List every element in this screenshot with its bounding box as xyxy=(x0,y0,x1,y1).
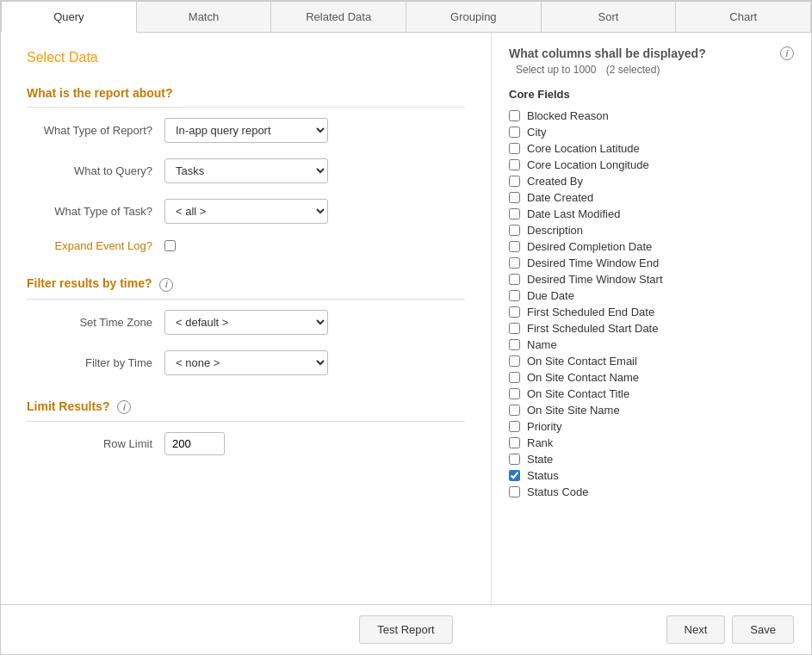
field-checkbox-first-scheduled-start-date[interactable] xyxy=(509,323,520,334)
filter-time-title: Filter results by time? i xyxy=(27,276,465,300)
field-item-core-location-lon: Core Location Longitude xyxy=(509,157,794,173)
field-label-date-created[interactable]: Date Created xyxy=(527,191,593,204)
field-label-desired-time-window-start[interactable]: Desired Time Window Start xyxy=(527,273,663,286)
field-label-due-date[interactable]: Due Date xyxy=(527,289,574,302)
field-label-name[interactable]: Name xyxy=(527,338,557,351)
filter-by-time-label: Filter by Time xyxy=(27,356,164,369)
field-label-first-scheduled-start-date[interactable]: First Scheduled Start Date xyxy=(527,322,658,335)
field-checkbox-status[interactable] xyxy=(509,470,520,481)
field-label-state[interactable]: State xyxy=(527,453,553,466)
field-item-first-scheduled-end-date: First Scheduled End Date xyxy=(509,304,794,320)
field-item-desired-time-window-start: Desired Time Window Start xyxy=(509,271,794,287)
field-checkbox-desired-completion-date[interactable] xyxy=(509,241,520,252)
field-label-on-site-contact-title[interactable]: On Site Contact Title xyxy=(527,387,629,400)
field-label-priority[interactable]: Priority xyxy=(527,420,561,433)
query-row: What to Query? Tasks xyxy=(27,158,465,183)
expand-event-checkbox[interactable] xyxy=(164,240,176,251)
field-label-desired-time-window-end[interactable]: Desired Time Window End xyxy=(527,256,659,269)
field-checkbox-blocked-reason[interactable] xyxy=(509,110,520,121)
field-label-desired-completion-date[interactable]: Desired Completion Date xyxy=(527,240,652,253)
field-checkbox-name[interactable] xyxy=(509,339,520,350)
field-item-rank: Rank xyxy=(509,435,794,451)
field-checkbox-priority[interactable] xyxy=(509,421,520,432)
field-checkbox-date-last-modified[interactable] xyxy=(509,208,520,219)
right-panel-header: What columns shall be displayed? i xyxy=(509,46,794,60)
field-checkbox-on-site-contact-title[interactable] xyxy=(509,388,520,399)
field-checkbox-due-date[interactable] xyxy=(509,290,520,301)
field-list: Blocked ReasonCityCore Location Latitude… xyxy=(509,108,794,500)
field-label-status[interactable]: Status xyxy=(527,469,559,482)
expand-event-label: Expand Event Log? xyxy=(27,239,164,252)
tab-related-data[interactable]: Related Data xyxy=(271,1,406,32)
filter-by-time-select[interactable]: < none > xyxy=(164,350,328,375)
report-type-select[interactable]: In-app query report xyxy=(164,118,328,143)
tab-match[interactable]: Match xyxy=(137,1,272,32)
field-label-first-scheduled-end-date[interactable]: First Scheduled End Date xyxy=(527,306,654,318)
field-label-city[interactable]: City xyxy=(527,126,546,139)
field-label-core-location-lon[interactable]: Core Location Longitude xyxy=(527,158,649,171)
field-checkbox-on-site-contact-email[interactable] xyxy=(509,355,520,367)
report-about-title: What is the report about? xyxy=(27,86,465,108)
field-item-on-site-contact-title: On Site Contact Title xyxy=(509,386,794,402)
field-checkbox-core-location-lon[interactable] xyxy=(509,159,520,170)
field-item-name: Name xyxy=(509,337,794,353)
field-label-blocked-reason[interactable]: Blocked Reason xyxy=(527,109,609,122)
field-checkbox-date-created[interactable] xyxy=(509,192,520,203)
footer-right: Next Save xyxy=(536,615,794,644)
field-checkbox-desired-time-window-start[interactable] xyxy=(509,274,520,285)
row-limit-input[interactable] xyxy=(164,432,225,455)
field-label-on-site-site-name[interactable]: On Site Site Name xyxy=(527,404,620,417)
field-item-status-code: Status Code xyxy=(509,484,794,500)
footer: Test Report Next Save xyxy=(1,604,811,654)
field-label-core-location-lat[interactable]: Core Location Latitude xyxy=(527,142,640,155)
query-select[interactable]: Tasks xyxy=(164,158,328,183)
field-label-description[interactable]: Description xyxy=(527,224,583,237)
field-checkbox-on-site-contact-name[interactable] xyxy=(509,372,520,383)
field-checkbox-on-site-site-name[interactable] xyxy=(509,405,520,416)
field-item-on-site-site-name: On Site Site Name xyxy=(509,402,794,418)
tab-chart[interactable]: Chart xyxy=(676,1,811,32)
field-label-on-site-contact-name[interactable]: On Site Contact Name xyxy=(527,371,639,384)
field-checkbox-created-by[interactable] xyxy=(509,176,520,187)
field-label-created-by[interactable]: Created By xyxy=(527,175,583,188)
next-button[interactable]: Next xyxy=(666,615,726,644)
timezone-select[interactable]: < default > xyxy=(164,310,328,335)
timezone-label: Set Time Zone xyxy=(27,316,164,329)
save-button[interactable]: Save xyxy=(732,615,794,644)
filter-by-time-row: Filter by Time < none > xyxy=(27,350,465,375)
field-checkbox-city[interactable] xyxy=(509,127,520,138)
left-panel: Select Data What is the report about? Wh… xyxy=(1,33,492,604)
tab-query[interactable]: Query xyxy=(1,1,137,33)
field-checkbox-core-location-lat[interactable] xyxy=(509,143,520,154)
field-checkbox-first-scheduled-end-date[interactable] xyxy=(509,306,520,318)
field-item-state: State xyxy=(509,451,794,467)
field-item-on-site-contact-name: On Site Contact Name xyxy=(509,369,794,386)
field-item-desired-completion-date: Desired Completion Date xyxy=(509,238,794,255)
filter-time-info-icon[interactable]: i xyxy=(159,278,173,292)
field-label-on-site-contact-email[interactable]: On Site Contact Email xyxy=(527,355,637,368)
field-item-core-location-lat: Core Location Latitude xyxy=(509,140,794,157)
tab-sort[interactable]: Sort xyxy=(542,1,677,32)
field-checkbox-description[interactable] xyxy=(509,225,520,236)
test-report-button[interactable]: Test Report xyxy=(359,615,452,644)
row-limit-row: Row Limit xyxy=(27,432,465,455)
task-type-label: What Type of Task? xyxy=(27,205,164,218)
field-item-first-scheduled-start-date: First Scheduled Start Date xyxy=(509,320,794,337)
tab-grouping[interactable]: Grouping xyxy=(406,1,542,32)
field-checkbox-status-code[interactable] xyxy=(509,486,520,497)
task-type-select[interactable]: < all > xyxy=(164,199,328,224)
field-checkbox-rank[interactable] xyxy=(509,437,520,448)
field-item-desired-time-window-end: Desired Time Window End xyxy=(509,255,794,271)
query-label: What to Query? xyxy=(27,164,164,177)
footer-center: Test Report xyxy=(276,615,535,644)
field-label-status-code[interactable]: Status Code xyxy=(527,485,589,498)
limit-results-info-icon[interactable]: i xyxy=(117,400,131,414)
field-checkbox-desired-time-window-end[interactable] xyxy=(509,257,520,269)
timezone-row: Set Time Zone < default > xyxy=(27,310,465,335)
expand-event-row: Expand Event Log? xyxy=(27,239,465,252)
field-label-rank[interactable]: Rank xyxy=(527,436,553,449)
columns-info-icon[interactable]: i xyxy=(780,46,794,60)
field-label-date-last-modified[interactable]: Date Last Modified xyxy=(527,207,620,220)
field-item-date-created: Date Created xyxy=(509,189,794,206)
field-checkbox-state[interactable] xyxy=(509,454,520,465)
